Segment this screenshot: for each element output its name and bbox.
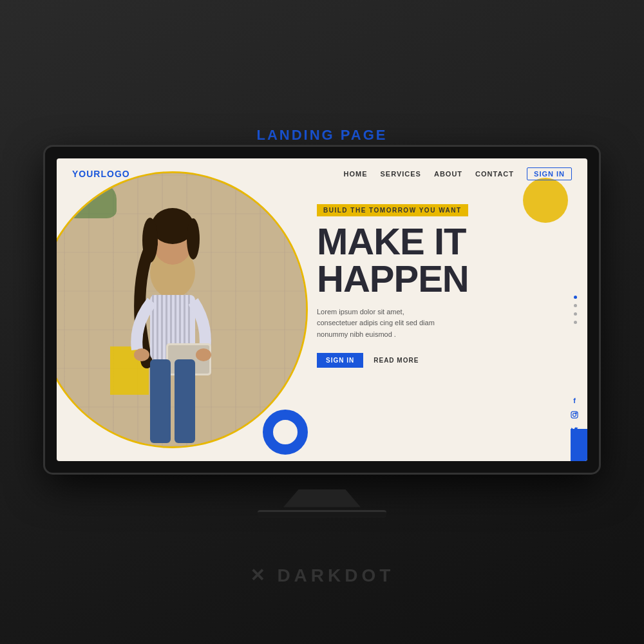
instagram-icon[interactable] <box>571 411 578 420</box>
outer-frame: LANDING PAGE MAKE IT HAPPEN YOURLOGO HOM… <box>0 0 644 644</box>
nav-signin-button[interactable]: SIGN IN <box>527 167 572 180</box>
nav-about[interactable]: ABOUT <box>434 170 462 178</box>
monitor-stand <box>283 489 361 507</box>
person-figure <box>89 195 256 446</box>
svg-rect-18 <box>175 359 195 443</box>
nav-links: HOME SERVICES ABOUT CONTACT SIGN IN <box>344 167 572 180</box>
deco-blue-donut <box>263 410 308 455</box>
dot-nav-2[interactable] <box>574 304 577 307</box>
svg-rect-21 <box>571 412 578 418</box>
svg-rect-8 <box>161 295 163 359</box>
svg-rect-7 <box>156 295 158 359</box>
hero-signin-button[interactable]: SIGN IN <box>317 353 363 368</box>
nav-services[interactable]: SERVICES <box>381 170 421 178</box>
page-title-main: LANDING PAGE <box>256 127 387 144</box>
navbar: YOURLOGO HOME SERVICES ABOUT CONTACT SIG… <box>57 158 587 189</box>
monitor-frame: YOURLOGO HOME SERVICES ABOUT CONTACT SIG… <box>45 147 599 473</box>
screen: YOURLOGO HOME SERVICES ABOUT CONTACT SIG… <box>57 158 587 461</box>
dot-nav-1[interactable] <box>574 296 577 299</box>
hero-photo <box>57 173 306 446</box>
nav-home[interactable]: HOME <box>344 170 368 178</box>
monitor-base <box>258 510 386 518</box>
nav-contact[interactable]: CONTACT <box>475 170 514 178</box>
hero-section: BUILD THE TOMORROW YOU WANT MAKE IT HAPP… <box>57 158 587 461</box>
dot-navigation <box>574 296 577 324</box>
hero-body-text: Lorem ipsum dolor sit amet, consectetuer… <box>317 307 446 341</box>
logo: YOURLOGO <box>72 169 130 179</box>
svg-point-19 <box>134 348 149 361</box>
svg-point-23 <box>576 412 577 413</box>
deco-blue-bar <box>571 429 587 461</box>
watermark: ✕ DARKDOT <box>250 565 395 586</box>
hero-readmore-button[interactable]: READ MORE <box>374 357 419 364</box>
headline-line1: MAKE IT <box>317 220 466 262</box>
facebook-icon[interactable]: f <box>573 397 576 404</box>
svg-rect-17 <box>150 359 171 443</box>
hero-image-circle <box>57 171 308 448</box>
hero-buttons: SIGN IN READ MORE <box>317 353 562 368</box>
dot-nav-3[interactable] <box>574 312 577 316</box>
headline-line2: HAPPEN <box>317 258 469 299</box>
hero-headline: MAKE IT HAPPEN <box>317 223 562 298</box>
svg-point-4 <box>187 218 200 260</box>
dot-nav-4[interactable] <box>574 321 577 324</box>
svg-point-20 <box>196 348 211 361</box>
tagline-badge: BUILD THE TOMORROW YOU WANT <box>317 204 468 216</box>
